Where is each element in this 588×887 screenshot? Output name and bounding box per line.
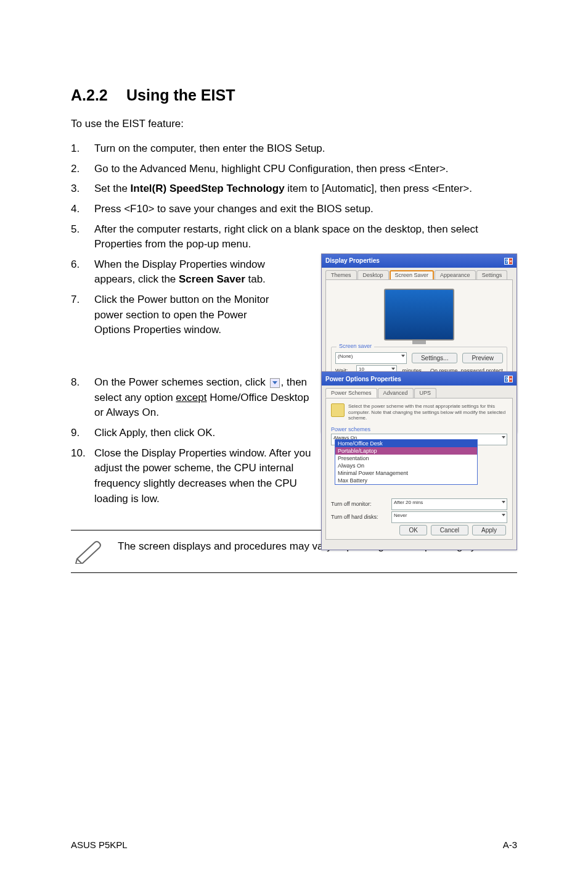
step-num: 3. (71, 181, 94, 197)
apply-button[interactable]: Apply (472, 525, 506, 535)
dlg1-tabs: Themes Desktop Screen Saver Appearance S… (322, 268, 517, 279)
opt-max-battery[interactable]: Max Battery (335, 477, 477, 484)
section-number: A.2.2 (71, 86, 126, 104)
tab-appearance[interactable]: Appearance (435, 270, 476, 279)
monitor-off-select[interactable]: After 20 mins (391, 498, 507, 510)
step-text: Close the Display Properties window. Aft… (94, 446, 311, 507)
step-text: On the Power schemes section, click , th… (94, 375, 311, 421)
section-title: Using the EIST (126, 86, 235, 104)
preview-button[interactable]: Preview (462, 353, 503, 363)
tab-desktop[interactable]: Desktop (357, 270, 389, 279)
note-pencil-icon (73, 539, 103, 564)
dlg2-tabs: Power Schemes Advanced UPS (322, 386, 517, 398)
step-num: 1. (71, 141, 94, 157)
step-num: 9. (71, 426, 94, 441)
chevron-down-icon (270, 378, 280, 388)
ok-button[interactable]: OK (399, 525, 427, 535)
settings-button[interactable]: Settings... (412, 353, 457, 363)
opt-home-office[interactable]: Home/Office Desk (335, 440, 477, 447)
step-num: 5. (71, 222, 94, 252)
opt-presentation[interactable]: Presentation (335, 455, 477, 462)
section-heading: A.2.2Using the EIST (71, 86, 517, 104)
opt-portable[interactable]: Portable/Laptop (335, 447, 477, 455)
tab-themes[interactable]: Themes (325, 270, 357, 279)
tab-advanced[interactable]: Advanced (378, 388, 414, 398)
tab-power-schemes[interactable]: Power Schemes (325, 388, 377, 398)
steps-list-67: 6.When the Display Properties window app… (71, 257, 280, 338)
step-num: 6. (71, 257, 94, 287)
scheme-dropdown-open[interactable]: Home/Office Desk Portable/Laptop Present… (335, 439, 478, 485)
steps-list: 1.Turn on the computer, then enter the B… (71, 141, 517, 252)
step-text: Turn on the computer, then enter the BIO… (94, 141, 517, 157)
power-icon (331, 403, 345, 417)
step-num: 7. (71, 292, 94, 338)
grp-power-schemes: Power schemes (331, 426, 507, 432)
step-text: Click Apply, then click OK. (94, 426, 311, 441)
steps-list-810: 8.On the Power schemes section, click , … (71, 375, 311, 506)
tab-settings[interactable]: Settings (476, 270, 508, 279)
intro-text: To use the EIST feature: (71, 118, 517, 130)
grp-screensaver: Screen saver (337, 343, 374, 349)
close-icon[interactable]: × (508, 258, 513, 265)
footer-right: A-3 (503, 840, 517, 850)
step-text: After the computer restarts, right click… (94, 222, 517, 252)
footer-left: ASUS P5KPL (71, 840, 128, 850)
step-text: When the Display Properties window appea… (94, 257, 280, 287)
tab-ups[interactable]: UPS (414, 388, 437, 398)
monitor-preview (384, 289, 454, 340)
step-text: Go to the Advanced Menu, highlight CPU C… (94, 162, 517, 177)
step-num: 8. (71, 375, 94, 421)
step-num: 10. (71, 446, 94, 507)
step-text: Click the Power button on the Monitor po… (94, 292, 280, 338)
tab-screen-saver[interactable]: Screen Saver (390, 270, 435, 279)
step-num: 4. (71, 202, 94, 217)
power-options-screenshot: Power Options Properties?× Power Schemes… (321, 371, 517, 550)
step-text: Set the Intel(R) SpeedStep Technology it… (94, 181, 517, 197)
close-icon[interactable]: × (508, 376, 513, 382)
hd-off-select[interactable]: Never (391, 511, 507, 523)
page-footer: ASUS P5KPL A-3 (71, 840, 517, 850)
dlg1-title: Display Properties (325, 257, 380, 264)
step-text: Press <F10> to save your changes and exi… (94, 202, 517, 217)
opt-always-on[interactable]: Always On (335, 462, 477, 469)
step-num: 2. (71, 162, 94, 177)
cancel-button[interactable]: Cancel (431, 525, 468, 535)
screensaver-select[interactable]: (None) (335, 352, 407, 364)
opt-minimal[interactable]: Minimal Power Management (335, 469, 477, 477)
dlg2-title: Power Options Properties (325, 376, 401, 382)
